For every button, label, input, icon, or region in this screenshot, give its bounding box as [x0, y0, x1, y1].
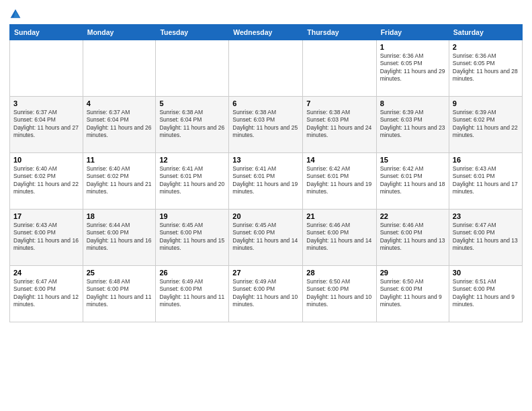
day-info: Sunrise: 6:42 AM Sunset: 6:01 PM Dayligh…: [306, 165, 372, 196]
day-number: 9: [453, 99, 519, 107]
day-number: 16: [453, 156, 519, 164]
day-number: 27: [232, 269, 299, 277]
calendar-cell: 15Sunrise: 6:42 AM Sunset: 6:01 PM Dayli…: [376, 153, 449, 210]
calendar-cell: 28Sunrise: 6:50 AM Sunset: 6:00 PM Dayli…: [303, 266, 376, 322]
calendar: SundayMondayTuesdayWednesdayThursdayFrid…: [9, 24, 523, 322]
day-info: Sunrise: 6:46 AM Sunset: 6:00 PM Dayligh…: [380, 222, 445, 253]
day-number: 1: [380, 43, 445, 51]
day-number: 7: [306, 99, 372, 107]
day-info: Sunrise: 6:39 AM Sunset: 6:03 PM Dayligh…: [380, 109, 445, 140]
calendar-cell: 18Sunrise: 6:44 AM Sunset: 6:00 PM Dayli…: [83, 210, 156, 266]
calendar-week-row: 17Sunrise: 6:43 AM Sunset: 6:00 PM Dayli…: [10, 210, 523, 266]
calendar-cell: [229, 40, 303, 97]
calendar-header-row: SundayMondayTuesdayWednesdayThursdayFrid…: [10, 25, 523, 40]
day-number: 18: [87, 212, 152, 220]
day-info: Sunrise: 6:41 AM Sunset: 6:01 PM Dayligh…: [232, 165, 299, 196]
calendar-cell: 22Sunrise: 6:46 AM Sunset: 6:00 PM Dayli…: [376, 210, 449, 266]
day-number: 2: [453, 43, 519, 51]
day-number: 5: [159, 99, 225, 107]
calendar-cell: [83, 40, 156, 97]
day-info: Sunrise: 6:43 AM Sunset: 6:00 PM Dayligh…: [13, 222, 79, 253]
calendar-cell: 25Sunrise: 6:48 AM Sunset: 6:00 PM Dayli…: [83, 266, 156, 322]
calendar-cell: 14Sunrise: 6:42 AM Sunset: 6:01 PM Dayli…: [303, 153, 376, 210]
day-info: Sunrise: 6:48 AM Sunset: 6:00 PM Dayligh…: [87, 278, 152, 309]
day-info: Sunrise: 6:41 AM Sunset: 6:01 PM Dayligh…: [159, 165, 225, 196]
day-info: Sunrise: 6:47 AM Sunset: 6:00 PM Dayligh…: [453, 222, 519, 253]
day-number: 25: [87, 269, 152, 277]
calendar-cell: 4Sunrise: 6:37 AM Sunset: 6:04 PM Daylig…: [83, 97, 156, 153]
calendar-cell: 7Sunrise: 6:38 AM Sunset: 6:03 PM Daylig…: [303, 97, 376, 153]
day-info: Sunrise: 6:40 AM Sunset: 6:02 PM Dayligh…: [87, 165, 152, 196]
day-number: 28: [306, 269, 372, 277]
day-info: Sunrise: 6:49 AM Sunset: 6:00 PM Dayligh…: [232, 278, 299, 309]
calendar-cell: 12Sunrise: 6:41 AM Sunset: 6:01 PM Dayli…: [156, 153, 229, 210]
calendar-cell: 21Sunrise: 6:46 AM Sunset: 6:00 PM Dayli…: [303, 210, 376, 266]
day-number: 15: [380, 156, 445, 164]
day-number: 24: [13, 269, 79, 277]
day-info: Sunrise: 6:37 AM Sunset: 6:04 PM Dayligh…: [87, 109, 152, 140]
calendar-cell: 13Sunrise: 6:41 AM Sunset: 6:01 PM Dayli…: [229, 153, 303, 210]
logo: [9, 8, 23, 20]
weekday-header: Saturday: [449, 25, 522, 40]
calendar-cell: 3Sunrise: 6:37 AM Sunset: 6:04 PM Daylig…: [10, 97, 83, 153]
day-info: Sunrise: 6:45 AM Sunset: 6:00 PM Dayligh…: [159, 222, 225, 253]
calendar-week-row: 10Sunrise: 6:40 AM Sunset: 6:02 PM Dayli…: [10, 153, 523, 210]
calendar-cell: 26Sunrise: 6:49 AM Sunset: 6:00 PM Dayli…: [156, 266, 229, 322]
weekday-header: Sunday: [10, 25, 83, 40]
day-info: Sunrise: 6:49 AM Sunset: 6:00 PM Dayligh…: [159, 278, 225, 309]
calendar-cell: 20Sunrise: 6:45 AM Sunset: 6:00 PM Dayli…: [229, 210, 303, 266]
day-number: 26: [159, 269, 225, 277]
day-info: Sunrise: 6:43 AM Sunset: 6:01 PM Dayligh…: [453, 165, 519, 196]
day-number: 14: [306, 156, 372, 164]
day-info: Sunrise: 6:42 AM Sunset: 6:01 PM Dayligh…: [380, 165, 445, 196]
day-info: Sunrise: 6:37 AM Sunset: 6:04 PM Dayligh…: [13, 109, 79, 140]
day-info: Sunrise: 6:36 AM Sunset: 6:05 PM Dayligh…: [380, 52, 445, 83]
day-info: Sunrise: 6:46 AM Sunset: 6:00 PM Dayligh…: [306, 222, 372, 253]
calendar-week-row: 3Sunrise: 6:37 AM Sunset: 6:04 PM Daylig…: [10, 97, 523, 153]
calendar-cell: [156, 40, 229, 97]
weekday-header: Monday: [83, 25, 156, 40]
calendar-cell: 8Sunrise: 6:39 AM Sunset: 6:03 PM Daylig…: [376, 97, 449, 153]
day-info: Sunrise: 6:38 AM Sunset: 6:04 PM Dayligh…: [159, 109, 225, 140]
day-number: 12: [159, 156, 225, 164]
calendar-cell: 16Sunrise: 6:43 AM Sunset: 6:01 PM Dayli…: [449, 153, 522, 210]
day-info: Sunrise: 6:36 AM Sunset: 6:05 PM Dayligh…: [453, 52, 519, 83]
day-info: Sunrise: 6:50 AM Sunset: 6:00 PM Dayligh…: [306, 278, 372, 309]
day-info: Sunrise: 6:45 AM Sunset: 6:00 PM Dayligh…: [232, 222, 299, 253]
day-number: 23: [453, 212, 519, 220]
calendar-week-row: 1Sunrise: 6:36 AM Sunset: 6:05 PM Daylig…: [10, 40, 523, 97]
day-number: 21: [306, 212, 372, 220]
day-info: Sunrise: 6:51 AM Sunset: 6:00 PM Dayligh…: [453, 278, 519, 309]
day-number: 29: [380, 269, 445, 277]
calendar-cell: 11Sunrise: 6:40 AM Sunset: 6:02 PM Dayli…: [83, 153, 156, 210]
day-info: Sunrise: 6:40 AM Sunset: 6:02 PM Dayligh…: [13, 165, 79, 196]
day-number: 30: [453, 269, 519, 277]
header-area: [9, 8, 523, 20]
day-number: 17: [13, 212, 79, 220]
calendar-cell: 30Sunrise: 6:51 AM Sunset: 6:00 PM Dayli…: [449, 266, 522, 322]
day-info: Sunrise: 6:47 AM Sunset: 6:00 PM Dayligh…: [13, 278, 79, 309]
calendar-cell: 1Sunrise: 6:36 AM Sunset: 6:05 PM Daylig…: [376, 40, 449, 97]
day-number: 6: [232, 99, 299, 107]
day-number: 8: [380, 99, 445, 107]
calendar-cell: 17Sunrise: 6:43 AM Sunset: 6:00 PM Dayli…: [10, 210, 83, 266]
day-number: 11: [87, 156, 152, 164]
weekday-header: Wednesday: [229, 25, 303, 40]
day-number: 22: [380, 212, 445, 220]
weekday-header: Friday: [376, 25, 449, 40]
calendar-cell: 6Sunrise: 6:38 AM Sunset: 6:03 PM Daylig…: [229, 97, 303, 153]
calendar-cell: [303, 40, 376, 97]
page: SundayMondayTuesdayWednesdayThursdayFrid…: [0, 0, 532, 411]
day-number: 4: [87, 99, 152, 107]
calendar-cell: [10, 40, 83, 97]
day-info: Sunrise: 6:38 AM Sunset: 6:03 PM Dayligh…: [306, 109, 372, 140]
calendar-cell: 23Sunrise: 6:47 AM Sunset: 6:00 PM Dayli…: [449, 210, 522, 266]
calendar-cell: 9Sunrise: 6:39 AM Sunset: 6:02 PM Daylig…: [449, 97, 522, 153]
calendar-cell: 5Sunrise: 6:38 AM Sunset: 6:04 PM Daylig…: [156, 97, 229, 153]
day-number: 13: [232, 156, 299, 164]
weekday-header: Tuesday: [156, 25, 229, 40]
calendar-cell: 29Sunrise: 6:50 AM Sunset: 6:00 PM Dayli…: [376, 266, 449, 322]
day-number: 19: [159, 212, 225, 220]
weekday-header: Thursday: [303, 25, 376, 40]
calendar-week-row: 24Sunrise: 6:47 AM Sunset: 6:00 PM Dayli…: [10, 266, 523, 322]
